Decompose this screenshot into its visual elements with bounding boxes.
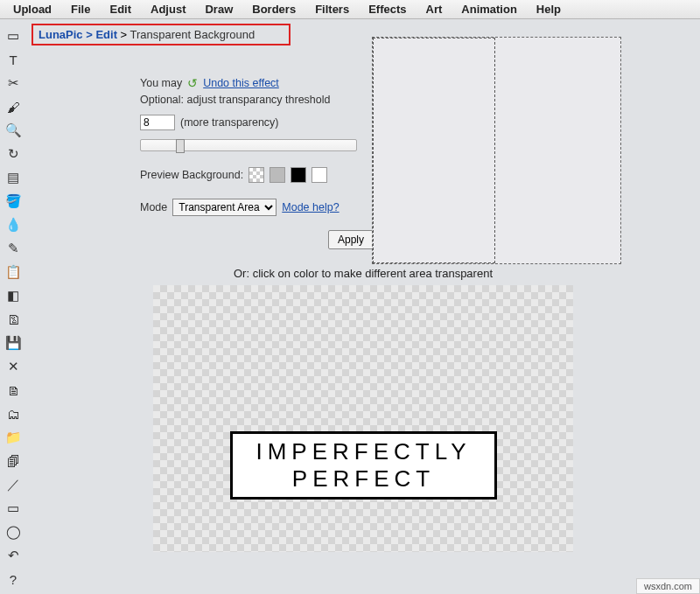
swatch-grey[interactable] (270, 167, 285, 183)
slider-handle[interactable] (176, 139, 185, 153)
content-area: LunaPic > Edit > Transparent Background … (26, 19, 700, 594)
menu-draw[interactable]: Draw (195, 1, 242, 17)
canvas-wrap: IMPERFECTLY PERFECT (26, 285, 700, 552)
menubar: Upload File Edit Adjust Draw Borders Fil… (0, 0, 700, 19)
tool-select-rect-icon[interactable]: ▭ (5, 28, 21, 44)
tool-eraser-icon[interactable]: ◧ (5, 288, 21, 304)
tool-close-icon[interactable]: ✕ (5, 359, 21, 374)
tool-pencil-icon[interactable]: ✎ (5, 241, 21, 256)
breadcrumb: LunaPic > Edit > Transparent Background (32, 24, 290, 45)
tool-ellipse-icon[interactable]: ◯ (5, 524, 21, 540)
threshold-input[interactable] (140, 115, 175, 130)
apply-button[interactable]: Apply (328, 230, 374, 249)
undo-arrow-icon: ↺ (187, 76, 198, 90)
threshold-slider[interactable] (140, 139, 357, 151)
menu-help[interactable]: Help (527, 1, 570, 17)
tool-fill-icon[interactable]: 🪣 (5, 193, 21, 209)
breadcrumb-sep: > (86, 28, 95, 41)
tool-undo-icon[interactable]: ↶ (5, 548, 21, 563)
preview-selection[interactable] (373, 38, 495, 263)
breadcrumb-current: Transparent Background (130, 28, 256, 41)
toolbar: ▭ T ✂ 🖌 🔍 ↻ ▤ 🪣 💧 ✎ 📋 ◧ 🖻 💾 ✕ 🗎 🗂 📁 🗐 ／ … (0, 19, 26, 594)
mode-select[interactable]: Transparent Area (172, 199, 276, 216)
menu-animation[interactable]: Animation (452, 1, 527, 17)
tool-gradient-icon[interactable]: ▤ (5, 170, 21, 185)
tool-cut-icon[interactable]: ✂ (5, 75, 21, 91)
menu-filters[interactable]: Filters (305, 1, 359, 17)
tool-rotate-icon[interactable]: ↻ (5, 146, 21, 162)
menu-file[interactable]: File (61, 1, 100, 17)
menu-art[interactable]: Art (416, 1, 452, 17)
or-instruction: Or: click on color to make different are… (26, 267, 700, 280)
tool-stack-icon[interactable]: 🗐 (5, 453, 21, 469)
undo-link[interactable]: Undo this effect (203, 77, 279, 89)
tool-newdoc-icon[interactable]: 🗎 (5, 382, 21, 398)
image-canvas[interactable]: IMPERFECTLY PERFECT (153, 285, 573, 552)
tool-text-icon[interactable]: T (5, 52, 21, 67)
preview-area[interactable] (372, 37, 621, 264)
tool-line-icon[interactable]: ／ (5, 477, 21, 493)
swatch-white[interactable] (312, 167, 327, 183)
optional-label: Optional: adjust transparancy threshold (140, 94, 331, 106)
tool-rectshape-icon[interactable]: ▭ (5, 500, 21, 516)
mode-label: Mode (140, 201, 167, 213)
tool-save-icon[interactable]: 💾 (5, 335, 21, 351)
swatch-black[interactable] (290, 167, 306, 183)
menu-upload[interactable]: Upload (4, 1, 61, 17)
tool-brush-icon[interactable]: 🖌 (5, 99, 21, 115)
menu-borders[interactable]: Borders (242, 1, 305, 17)
logo-line2: PERFECT (292, 465, 435, 493)
tool-magnify-icon[interactable]: 🔍 (5, 122, 21, 138)
tool-copy-icon[interactable]: 📋 (5, 264, 21, 280)
tool-folder-icon[interactable]: 📁 (5, 430, 21, 445)
watermark: wsxdn.com (636, 578, 700, 594)
tool-eyedropper-icon[interactable]: 💧 (5, 217, 21, 233)
threshold-note: (more transparency) (180, 116, 279, 129)
logo-box: IMPERFECTLY PERFECT (230, 431, 497, 500)
mode-help-link[interactable]: Mode help? (282, 201, 339, 213)
breadcrumb-home-link[interactable]: LunaPic (38, 28, 83, 41)
menu-effects[interactable]: Effects (359, 1, 416, 17)
previewbg-label: Preview Background: (140, 169, 243, 181)
swatch-checker[interactable] (248, 167, 264, 183)
logo-line1: IMPERFECTLY (256, 438, 471, 465)
tool-layers-icon[interactable]: 🗂 (5, 406, 21, 422)
tool-picture-icon[interactable]: 🖻 (5, 311, 21, 327)
tool-help-icon[interactable]: ? (5, 571, 21, 587)
breadcrumb-sep2: > (121, 28, 130, 41)
breadcrumb-edit-link[interactable]: Edit (95, 28, 117, 41)
youmay-label: You may (140, 77, 182, 89)
menu-edit[interactable]: Edit (100, 1, 141, 17)
menu-adjust[interactable]: Adjust (141, 1, 195, 17)
